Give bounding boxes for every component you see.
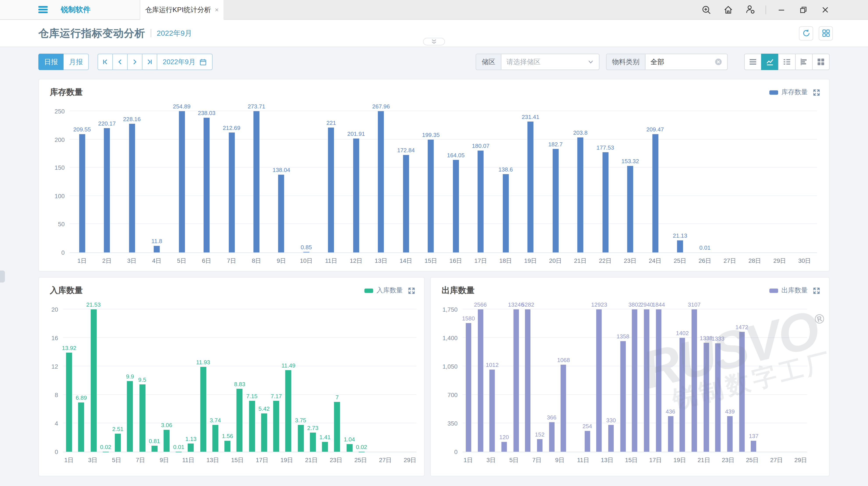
bar-20日[interactable] (552, 149, 558, 252)
bar-5日[interactable] (513, 310, 519, 452)
view-barchart-icon[interactable] (795, 54, 813, 70)
bar-7日[interactable] (228, 132, 235, 253)
close-icon[interactable] (819, 3, 832, 16)
bar-4日[interactable] (154, 246, 160, 252)
bar-6日[interactable] (127, 381, 133, 452)
bar-12日[interactable] (353, 138, 359, 253)
bar-1日[interactable] (466, 323, 471, 452)
bar-18日[interactable] (503, 174, 509, 253)
storage-area-select[interactable]: 储区 请选择储区 (476, 54, 599, 70)
bar-8日[interactable] (253, 111, 259, 253)
bar-18日[interactable] (273, 400, 279, 452)
bar-20日[interactable] (691, 310, 697, 452)
bar-23日[interactable] (727, 416, 733, 452)
bar-15日[interactable] (428, 140, 434, 252)
side-panel-handle[interactable] (0, 270, 5, 283)
bar-16日[interactable] (453, 160, 459, 252)
hamburger-menu-icon[interactable] (38, 6, 48, 13)
bar-21日[interactable] (310, 432, 316, 452)
last-page-icon[interactable] (142, 54, 157, 70)
bar-9日[interactable] (163, 430, 169, 452)
bar-3日[interactable] (490, 369, 495, 452)
bar-7日[interactable] (537, 439, 542, 452)
bar-22日[interactable] (322, 442, 328, 452)
bar-17日[interactable] (261, 413, 267, 452)
bar-5日[interactable] (179, 111, 185, 253)
view-list-lines-icon[interactable] (744, 54, 762, 70)
bar-16日[interactable] (644, 310, 649, 452)
bar-21日[interactable] (703, 343, 709, 452)
bar-16日[interactable] (249, 401, 255, 452)
bar-13日[interactable] (212, 425, 219, 452)
prev-page-icon[interactable] (113, 54, 128, 70)
bar-24日[interactable] (739, 332, 745, 452)
zoom-in-icon[interactable] (700, 3, 713, 16)
bar-18日[interactable] (668, 416, 673, 452)
bar-11日[interactable] (188, 444, 194, 452)
bar-9日[interactable] (278, 174, 284, 252)
bar-25日[interactable] (751, 441, 756, 452)
bar-23日[interactable] (627, 166, 633, 253)
view-detail-list-icon[interactable] (778, 54, 796, 70)
collapse-panel-button[interactable] (423, 38, 445, 45)
bar-6日[interactable] (525, 310, 531, 452)
bar-24日[interactable] (346, 444, 352, 452)
bar-3日[interactable] (129, 124, 135, 253)
view-chart-icon[interactable] (761, 54, 779, 70)
bar-13日[interactable] (608, 425, 614, 452)
legend-item[interactable]: 出库数量 (769, 286, 808, 295)
bar-19日[interactable] (680, 338, 685, 452)
legend-item[interactable]: 库存数量 (769, 88, 808, 97)
bar-12日[interactable] (596, 310, 602, 452)
bar-19日[interactable] (285, 370, 291, 452)
bar-23日[interactable] (334, 402, 340, 452)
material-type-select[interactable]: 物料类别 全部 (606, 54, 728, 70)
bar-14日[interactable] (620, 341, 626, 452)
bar-14日[interactable] (403, 155, 409, 253)
restore-icon[interactable] (797, 3, 810, 16)
tab-close-icon[interactable]: × (215, 6, 219, 14)
bar-11日[interactable] (585, 431, 590, 452)
legend-item[interactable]: 入库数量 (365, 286, 403, 295)
date-picker[interactable]: 2022年9月 (157, 54, 212, 70)
bar-8日[interactable] (549, 422, 554, 452)
bar-21日[interactable] (577, 137, 584, 253)
bar-5日[interactable] (115, 434, 121, 452)
bar-7日[interactable] (139, 384, 145, 452)
home-icon[interactable] (722, 3, 735, 16)
bar-19日[interactable] (528, 122, 534, 252)
bar-22日[interactable] (602, 152, 609, 252)
bar-17日[interactable] (656, 310, 661, 452)
monthly-report-button[interactable]: 月报 (64, 54, 89, 70)
bar-6日[interactable] (204, 118, 210, 252)
bar-25日[interactable] (677, 240, 683, 252)
next-page-icon[interactable] (127, 54, 143, 70)
bar-25日[interactable] (359, 452, 365, 452)
bar-22日[interactable] (715, 343, 721, 452)
expand-icon[interactable] (813, 89, 820, 96)
bar-15日[interactable] (632, 310, 638, 452)
bar-13日[interactable] (378, 111, 384, 253)
bar-10日[interactable] (303, 252, 310, 252)
bar-1日[interactable] (79, 134, 85, 253)
bar-15日[interactable] (237, 389, 243, 452)
bar-4日[interactable] (501, 442, 507, 452)
view-grid-icon[interactable] (812, 54, 830, 70)
layout-grid-icon[interactable] (819, 26, 833, 40)
daily-report-button[interactable]: 日报 (38, 54, 64, 70)
bar-4日[interactable] (102, 452, 109, 452)
bar-8日[interactable] (151, 446, 158, 452)
tab-kpi-analysis[interactable]: 仓库运行KPI统计分析 × (140, 0, 224, 20)
bar-24日[interactable] (652, 134, 658, 252)
first-page-icon[interactable] (97, 54, 113, 70)
minimize-icon[interactable] (775, 3, 788, 16)
bar-9日[interactable] (561, 365, 566, 452)
expand-icon[interactable] (408, 287, 415, 294)
bar-1日[interactable] (66, 353, 72, 452)
bar-2日[interactable] (477, 310, 483, 452)
expand-icon[interactable] (813, 287, 820, 294)
bar-2日[interactable] (104, 128, 110, 252)
bar-17日[interactable] (477, 151, 484, 253)
bar-11日[interactable] (328, 127, 334, 252)
refresh-icon[interactable] (799, 26, 813, 40)
